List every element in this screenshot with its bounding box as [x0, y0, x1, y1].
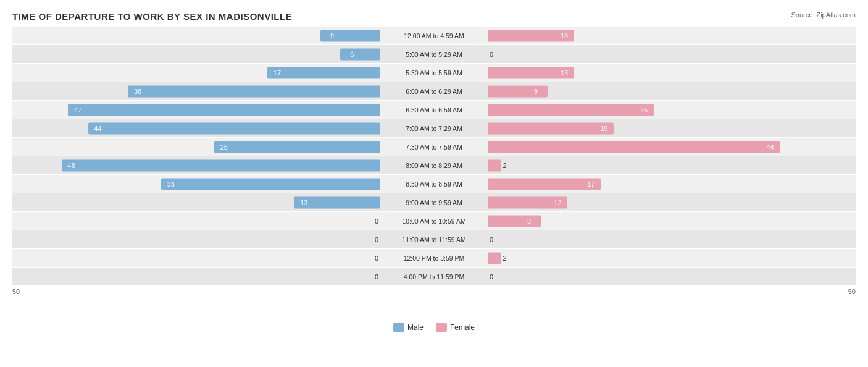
- bar-female: [488, 159, 501, 171]
- value-male: 38: [134, 88, 141, 95]
- value-female: 17: [587, 180, 595, 188]
- chart-row: 8:30 AM to 8:59 AM3317: [12, 175, 856, 193]
- chart-row: 5:30 AM to 5:59 AM1713: [12, 64, 856, 82]
- value-male: 6: [350, 51, 354, 58]
- row-label: 4:00 PM to 11:59 PM: [404, 273, 465, 281]
- chart-row: 7:30 AM to 7:59 AM2544: [12, 138, 856, 156]
- value-male: 0: [375, 255, 378, 262]
- value-male: 33: [167, 180, 175, 188]
- chart-row: 5:00 AM to 5:29 AM60: [12, 45, 856, 63]
- row-label: 7:30 AM to 7:59 AM: [406, 143, 462, 151]
- legend-female-box: [436, 323, 447, 332]
- bar-female: [488, 104, 654, 116]
- legend-female-label: Female: [450, 323, 475, 332]
- bar-male: [340, 48, 380, 60]
- bar-male: [128, 85, 380, 97]
- value-female: 8: [527, 217, 531, 225]
- axis-label-right: 50: [848, 288, 856, 295]
- value-female: 9: [534, 88, 538, 95]
- value-male: 47: [74, 106, 81, 114]
- legend-male-box: [393, 323, 404, 332]
- row-label: 5:00 AM to 5:29 AM: [406, 51, 462, 58]
- chart-row: 10:00 AM to 10:59 AM08: [12, 212, 856, 230]
- value-male: 0: [375, 236, 378, 243]
- row-label: 10:00 AM to 10:59 AM: [402, 217, 465, 225]
- value-female: 0: [490, 273, 493, 281]
- chart-row: 12:00 PM to 3:59 PM02: [12, 249, 856, 267]
- axis-label-left: 50: [12, 288, 20, 295]
- row-label: 7:00 AM to 7:29 AM: [406, 125, 462, 132]
- chart-row: 6:30 AM to 6:59 AM4725: [12, 101, 856, 119]
- chart-row: 9:00 AM to 9:59 AM1312: [12, 193, 856, 211]
- value-female: 13: [561, 32, 568, 40]
- row-label: 5:30 AM to 5:59 AM: [406, 69, 462, 77]
- row-label: 11:00 AM to 11:59 AM: [402, 236, 465, 243]
- value-male: 44: [94, 125, 101, 132]
- chart-row: 12:00 AM to 4:59 AM913: [12, 27, 856, 44]
- value-female: 0: [490, 51, 493, 58]
- row-label: 12:00 PM to 3:59 PM: [404, 255, 465, 262]
- row-label: 6:00 AM to 6:29 AM: [406, 88, 462, 95]
- bar-male: [214, 141, 380, 153]
- row-label: 9:00 AM to 9:59 AM: [406, 199, 462, 206]
- value-female: 19: [600, 125, 607, 132]
- chart-container: TIME OF DEPARTURE TO WORK BY SEX IN MADI…: [0, 0, 868, 367]
- chart-row: 11:00 AM to 11:59 AM00: [12, 230, 856, 248]
- value-female: 2: [503, 255, 507, 262]
- value-female: 13: [561, 69, 568, 77]
- bar-male: [62, 159, 380, 171]
- value-male: 17: [273, 69, 281, 77]
- bar-male: [68, 104, 380, 116]
- value-female: 2: [503, 162, 507, 169]
- bar-male: [88, 122, 380, 134]
- source-text: Source: ZipAtlas.com: [791, 11, 856, 19]
- value-male: 25: [220, 143, 228, 151]
- bar-female: [488, 85, 548, 97]
- bar-female: [488, 141, 780, 153]
- value-female: 44: [766, 143, 774, 151]
- chart-row: 4:00 PM to 11:59 PM00: [12, 268, 856, 285]
- value-male: 0: [375, 217, 378, 225]
- value-male: 9: [330, 32, 334, 40]
- bar-female: [488, 252, 501, 264]
- value-male: 0: [375, 273, 378, 281]
- value-male: 13: [300, 199, 307, 206]
- bar-male: [161, 178, 380, 190]
- row-label: 12:00 AM to 4:59 AM: [404, 32, 464, 40]
- chart-area: 12:00 AM to 4:59 AM9135:00 AM to 5:29 AM…: [12, 27, 856, 321]
- legend-male-label: Male: [407, 323, 424, 332]
- bar-male: [320, 30, 380, 41]
- bar-male: [267, 67, 380, 78]
- legend-female: Female: [436, 323, 475, 332]
- row-label: 6:30 AM to 6:59 AM: [406, 106, 462, 114]
- value-male: 48: [67, 162, 75, 169]
- row-label: 8:30 AM to 8:59 AM: [406, 180, 462, 188]
- value-female: 12: [554, 199, 561, 206]
- legend-male: Male: [393, 323, 424, 332]
- legend: Male Female: [12, 323, 856, 332]
- bar-female: [488, 215, 541, 227]
- bar-female: [488, 178, 601, 190]
- chart-row: 7:00 AM to 7:29 AM4419: [12, 119, 856, 137]
- row-label: 8:00 AM to 8:29 AM: [406, 162, 462, 169]
- chart-row: 8:00 AM to 8:29 AM482: [12, 156, 856, 174]
- bar-female: [488, 122, 614, 134]
- chart-row: 6:00 AM to 6:29 AM389: [12, 82, 856, 100]
- value-female: 25: [640, 106, 648, 114]
- chart-title: TIME OF DEPARTURE TO WORK BY SEX IN MADI…: [12, 11, 856, 22]
- axis-row: 5050: [12, 286, 856, 295]
- value-female: 0: [490, 236, 493, 243]
